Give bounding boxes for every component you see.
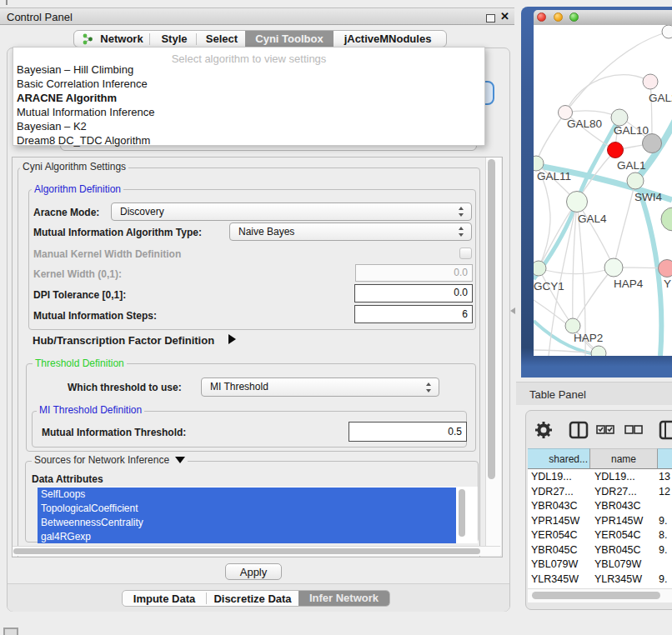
settings-horizontal-scrollbar[interactable] bbox=[13, 546, 500, 556]
network-node[interactable] bbox=[604, 258, 623, 277]
mi-threshold-field[interactable]: 0.5 bbox=[349, 422, 467, 442]
columns-icon[interactable] bbox=[570, 422, 587, 438]
tab-select[interactable]: Select bbox=[199, 32, 244, 45]
tab-infer-network[interactable]: Infer Network bbox=[298, 591, 389, 606]
table-row[interactable]: YDR27...YDR27...12 bbox=[528, 485, 672, 500]
mi-steps-field[interactable]: 6 bbox=[354, 305, 473, 323]
algorithm-dropdown-item[interactable]: ARACNE Algorithm bbox=[13, 91, 484, 105]
data-attribute-item[interactable]: BetweennessCentrality bbox=[38, 516, 456, 530]
aracne-mode-select[interactable]: Discovery bbox=[111, 202, 472, 221]
algorithm-dropdown-item[interactable]: Mutual Information Inference bbox=[13, 105, 484, 119]
network-node[interactable] bbox=[567, 192, 588, 212]
settings-vertical-scrollbar[interactable] bbox=[485, 158, 501, 555]
table-cell: YBR045C bbox=[594, 543, 641, 558]
hub-definition-label[interactable]: Hub/Transcription Factor Definition bbox=[33, 334, 214, 347]
table-row[interactable]: YBR045CYBR045C9. bbox=[528, 543, 672, 558]
algorithm-dropdown-item[interactable]: Basic Correlation Inference bbox=[13, 77, 484, 91]
network-node-label: HAP4 bbox=[614, 278, 644, 290]
network-canvas[interactable]: GAL2GAL80GAL10GAL1GAL11SWI4GAL4GCY1HAP4Y… bbox=[534, 25, 672, 356]
table-cell: 9. bbox=[659, 543, 667, 558]
kernel-width-label: Kernel Width (0,1): bbox=[33, 268, 122, 280]
table-cell: YDL19... bbox=[531, 470, 572, 485]
deselect-all-checkboxes-icon[interactable] bbox=[625, 426, 642, 433]
network-window-titlebar[interactable] bbox=[534, 10, 672, 25]
column-header-shared-name[interactable]: shared... bbox=[528, 448, 590, 469]
network-node-label: GAL2 bbox=[649, 92, 672, 104]
network-node-label: GAL80 bbox=[567, 118, 602, 130]
zoom-traffic-light[interactable] bbox=[569, 12, 579, 22]
mi-type-label: Mutual Information Algorithm Type: bbox=[33, 227, 202, 238]
table-row[interactable]: YPR145WYPR145W9. bbox=[528, 514, 672, 529]
table-cell: 9. bbox=[659, 514, 667, 529]
collapse-arrow-icon[interactable] bbox=[175, 457, 185, 463]
tab-network[interactable]: Network bbox=[96, 32, 148, 45]
table-toolbar bbox=[534, 417, 672, 442]
network-node[interactable] bbox=[659, 260, 672, 278]
tab-separator bbox=[149, 33, 150, 45]
table-cell: YBR043C bbox=[531, 499, 578, 514]
splitter-collapse-icon[interactable] bbox=[510, 308, 515, 314]
list-scrollbar[interactable] bbox=[459, 489, 465, 537]
manual-kernel-checkbox[interactable] bbox=[459, 248, 472, 259]
panel-corner-widget[interactable] bbox=[3, 628, 18, 635]
algorithm-dropdown-placeholder: Select algorithm to view settings bbox=[13, 52, 484, 65]
algorithm-dropdown-item[interactable]: Bayesian – K2 bbox=[13, 119, 484, 133]
apply-button[interactable]: Apply bbox=[225, 563, 282, 580]
cyni-algorithm-settings-title: Cyni Algorithm Settings bbox=[20, 162, 128, 172]
network-node[interactable] bbox=[611, 109, 628, 126]
tab-style[interactable]: Style bbox=[153, 32, 196, 45]
gear-icon[interactable] bbox=[535, 422, 552, 438]
table-row[interactable]: YBR043CYBR043C bbox=[528, 499, 672, 514]
network-node-label: GAL1 bbox=[617, 159, 646, 172]
table-panel-title: Table Panel bbox=[529, 388, 586, 401]
spinner-arrows-icon bbox=[426, 382, 432, 392]
aracne-mode-label: Aracne Mode: bbox=[33, 207, 99, 218]
algorithm-dropdown-item[interactable]: Dream8 DC_TDC Algorithm bbox=[13, 133, 484, 148]
dpi-tolerance-field[interactable]: 0.0 bbox=[354, 284, 473, 302]
node-table: shared... name YDL19...YDL19...13YDR27..… bbox=[528, 448, 672, 602]
data-attributes-label: Data Attributes bbox=[32, 473, 103, 485]
column-header-name[interactable]: name bbox=[590, 448, 658, 469]
settings-scroll-area: Cyni Algorithm Settings Algorithm Defini… bbox=[12, 157, 503, 558]
spinner-arrows-icon bbox=[459, 207, 464, 217]
network-node[interactable] bbox=[643, 74, 658, 89]
table-cell: YDR27... bbox=[531, 485, 574, 500]
select-all-checkboxes-icon[interactable] bbox=[597, 426, 614, 433]
table-row[interactable]: YBL079WYBL079W bbox=[528, 558, 672, 572]
column-header-clipped[interactable] bbox=[658, 448, 672, 469]
data-attribute-item[interactable]: gal4RGexp bbox=[38, 530, 456, 543]
network-node[interactable] bbox=[661, 208, 672, 231]
tab-impute-data[interactable]: Impute Data bbox=[123, 592, 206, 605]
data-attribute-item[interactable]: TopologicalCoefficient bbox=[38, 502, 456, 516]
network-node[interactable] bbox=[643, 134, 662, 153]
network-node[interactable] bbox=[662, 25, 672, 38]
tab-jactivemnodules[interactable]: jActiveMNodules bbox=[334, 32, 441, 45]
mi-threshold-label: Mutual Information Threshold: bbox=[42, 427, 186, 438]
table-cell: YBL079W bbox=[531, 558, 578, 572]
kernel-width-field[interactable]: 0.0 bbox=[355, 264, 473, 282]
tab-discretize-data[interactable]: Discretize Data bbox=[207, 592, 298, 605]
close-traffic-light[interactable] bbox=[537, 12, 546, 22]
table-cell: YPR145W bbox=[531, 514, 579, 529]
threshold-definition-title: Threshold Definition bbox=[33, 358, 127, 369]
which-threshold-select[interactable]: MI Threshold bbox=[201, 378, 439, 397]
data-attributes-list[interactable]: SelfLoopsTopologicalCoefficientBetweenne… bbox=[38, 487, 478, 543]
minimize-traffic-light[interactable] bbox=[554, 12, 563, 22]
float-window-icon[interactable] bbox=[486, 14, 495, 22]
window-edge-tick bbox=[6, 0, 8, 5]
network-node[interactable] bbox=[534, 261, 546, 276]
table-row[interactable]: YDL19...YDL19...13 bbox=[528, 470, 672, 485]
network-node[interactable] bbox=[627, 172, 644, 189]
close-window-icon[interactable]: ✕ bbox=[500, 10, 509, 22]
table-cell: YBR043C bbox=[594, 499, 641, 514]
mi-type-select[interactable]: Naive Bayes bbox=[229, 222, 472, 241]
expand-arrow-icon[interactable] bbox=[228, 334, 236, 344]
dpi-tolerance-label: DPI Tolerance [0,1]: bbox=[33, 289, 126, 301]
data-attribute-item[interactable]: SelfLoops bbox=[38, 488, 456, 502]
table-row[interactable]: YLR345WYLR345W9. bbox=[528, 572, 672, 588]
tab-cyni-toolbox[interactable]: Cyni Toolbox bbox=[245, 31, 333, 47]
table-mode-icon[interactable] bbox=[660, 422, 672, 438]
network-node[interactable] bbox=[608, 142, 624, 158]
table-horizontal-scrollbar[interactable] bbox=[528, 588, 672, 602]
table-row[interactable]: YER054CYER054C8. bbox=[528, 528, 672, 543]
